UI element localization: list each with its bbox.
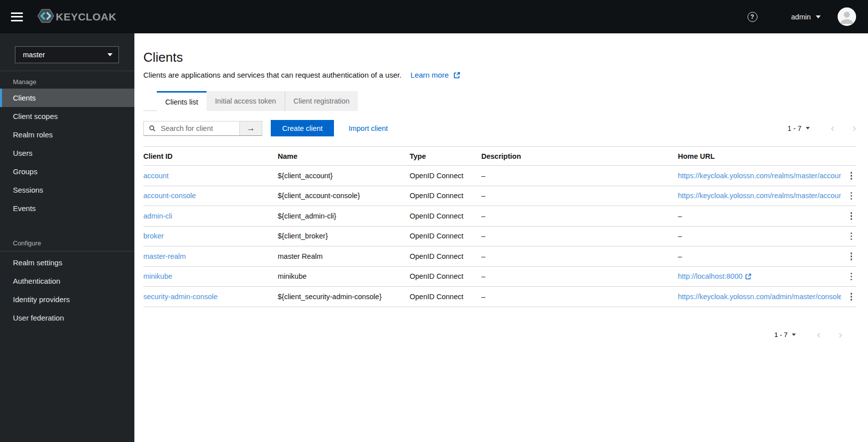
client-id-link[interactable]: account <box>143 172 169 180</box>
tab-bar: Clients list Initial access token Client… <box>143 91 856 111</box>
search-group: → <box>143 121 262 136</box>
client-description: – <box>481 186 678 206</box>
home-url-link[interactable]: http://localhost:8000 <box>678 272 752 280</box>
page-description: Clients are applications and services th… <box>143 71 856 79</box>
home-url-link[interactable]: https://keycloak.yolossn.com/realms/mast… <box>678 172 841 180</box>
sidebar-item-user-federation[interactable]: User federation <box>0 309 134 327</box>
client-id-link[interactable]: account-console <box>143 192 196 200</box>
nav-group-configure: Configure Realm settings Authentication … <box>0 232 134 327</box>
search-box <box>144 121 239 135</box>
client-name: ${client_account} <box>278 166 410 186</box>
table-row: account-console ${client_account-console… <box>143 186 856 206</box>
pagination-prev-button[interactable]: ‹ <box>831 123 834 133</box>
import-client-link[interactable]: Import client <box>348 124 388 132</box>
column-header-client-id: Client ID <box>143 147 278 166</box>
client-type: OpenID Connect <box>410 186 481 206</box>
search-icon <box>149 125 156 132</box>
learn-more-link[interactable]: Learn more <box>411 71 460 79</box>
home-url-empty: – <box>678 206 841 226</box>
kebab-menu-icon[interactable] <box>848 230 856 242</box>
help-icon[interactable]: ? <box>748 12 758 22</box>
kebab-menu-icon[interactable] <box>848 250 856 262</box>
search-input[interactable] <box>160 124 235 133</box>
chevron-down-icon <box>792 333 796 336</box>
sidebar-item-client-scopes[interactable]: Client scopes <box>0 107 134 125</box>
pagination-prev-button[interactable]: ‹ <box>817 330 820 340</box>
client-id-link[interactable]: minikube <box>143 272 172 280</box>
nav-group-label: Manage <box>0 71 134 89</box>
tab-initial-access-token[interactable]: Initial access token <box>207 91 285 111</box>
client-id-link[interactable]: security-admin-console <box>143 293 217 301</box>
pagination-range: 1 - 7 <box>774 331 788 338</box>
kebab-menu-icon[interactable] <box>848 271 856 283</box>
client-type: OpenID Connect <box>410 246 481 267</box>
toolbar: → Create client Import client 1 - 7 ‹ › <box>143 120 856 136</box>
create-client-button[interactable]: Create client <box>271 120 334 136</box>
client-description: – <box>481 266 678 287</box>
sidebar-item-clients[interactable]: Clients <box>0 89 134 107</box>
realm-selector[interactable]: master <box>15 46 119 63</box>
client-type: OpenID Connect <box>410 166 481 186</box>
home-url-empty: – <box>678 226 841 246</box>
client-description: – <box>481 206 678 226</box>
pagination-bottom: 1 - 7 ‹ › <box>143 330 842 340</box>
pagination-range-dropdown[interactable]: 1 - 7 <box>787 124 810 132</box>
tab-clients-list[interactable]: Clients list <box>157 91 207 111</box>
external-link-icon <box>453 72 460 79</box>
client-description: – <box>481 166 678 186</box>
client-id-link[interactable]: master-realm <box>143 252 186 260</box>
sidebar-divider <box>0 251 134 251</box>
client-type: OpenID Connect <box>410 266 481 287</box>
external-link-icon <box>745 273 752 280</box>
sidebar-item-realm-roles[interactable]: Realm roles <box>0 125 134 144</box>
nav-group-manage: Manage Clients Client scopes Realm roles… <box>0 71 134 218</box>
sidebar-item-authentication[interactable]: Authentication <box>0 272 134 290</box>
table-row: broker ${client_broker} OpenID Connect –… <box>143 226 856 246</box>
home-url-link[interactable]: https://keycloak.yolossn.com/realms/mast… <box>678 192 841 200</box>
keycloak-logo: KEYCLOAK <box>37 8 116 26</box>
sidebar-item-users[interactable]: Users <box>0 144 134 162</box>
pagination-range: 1 - 7 <box>787 124 801 132</box>
pagination-range-dropdown[interactable]: 1 - 7 <box>774 331 796 338</box>
client-name: ${client_account-console} <box>278 186 410 206</box>
pagination-next-button[interactable]: › <box>853 123 856 133</box>
sidebar-item-sessions[interactable]: Sessions <box>0 181 134 199</box>
kebab-menu-icon[interactable] <box>848 170 856 182</box>
client-id-link[interactable]: admin-cli <box>143 212 172 220</box>
client-name: master Realm <box>278 246 410 267</box>
client-name: ${client_security-admin-console} <box>278 287 410 307</box>
pagination-top: 1 - 7 ‹ › <box>787 123 856 133</box>
page-title: Clients <box>143 50 856 65</box>
masthead: KEYCLOAK ? admin <box>0 0 868 33</box>
column-header-description: Description <box>481 147 678 166</box>
hamburger-menu-icon[interactable] <box>11 12 23 21</box>
client-description: – <box>481 226 678 246</box>
client-name: ${client_broker} <box>278 226 410 246</box>
username-label: admin <box>791 13 811 21</box>
search-submit-button[interactable]: → <box>239 121 262 135</box>
chevron-down-icon <box>816 15 821 18</box>
table-row: account ${client_account} OpenID Connect… <box>143 166 856 186</box>
sidebar-item-events[interactable]: Events <box>0 199 134 218</box>
sidebar: master Manage Clients Client scopes Real… <box>0 33 134 442</box>
sidebar-item-groups[interactable]: Groups <box>0 162 134 181</box>
kebab-menu-icon[interactable] <box>848 291 856 303</box>
sidebar-item-identity-providers[interactable]: Identity providers <box>0 290 134 309</box>
table-row: admin-cli ${client_admin-cli} OpenID Con… <box>143 206 856 226</box>
user-menu-dropdown[interactable]: admin <box>788 12 824 21</box>
kebab-menu-icon[interactable] <box>848 210 856 222</box>
avatar[interactable] <box>838 7 856 26</box>
tab-client-registration[interactable]: Client registration <box>285 91 358 111</box>
client-type: OpenID Connect <box>410 287 481 307</box>
realm-selector-value: master <box>23 51 108 59</box>
column-header-name: Name <box>278 147 410 166</box>
pagination-next-button[interactable]: › <box>839 330 842 340</box>
column-header-home-url: Home URL <box>678 147 841 166</box>
column-header-actions <box>841 147 856 166</box>
client-type: OpenID Connect <box>410 206 481 226</box>
chevron-down-icon <box>806 127 810 129</box>
sidebar-item-realm-settings[interactable]: Realm settings <box>0 253 134 272</box>
home-url-link[interactable]: https://keycloak.yolossn.com/admin/maste… <box>678 293 841 301</box>
client-id-link[interactable]: broker <box>143 232 164 240</box>
kebab-menu-icon[interactable] <box>848 190 856 202</box>
